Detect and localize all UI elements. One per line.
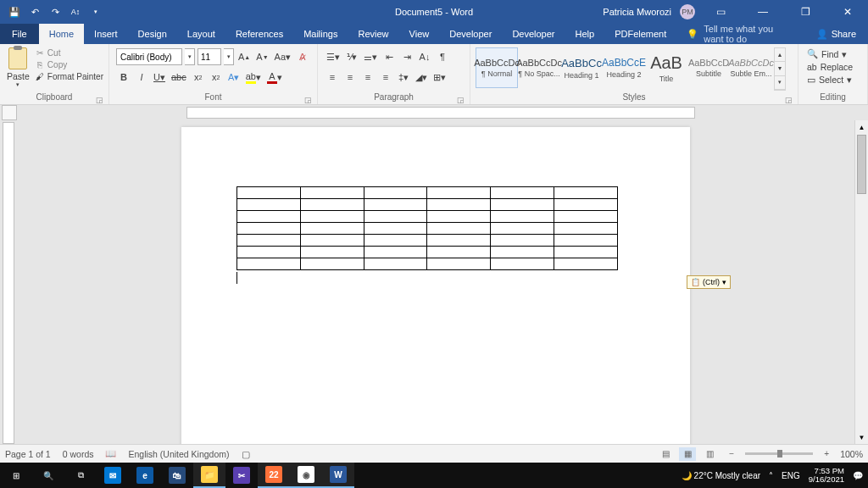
mail-app[interactable]: ✉	[97, 463, 129, 488]
borders-button[interactable]: ⊞▾	[431, 69, 448, 86]
sort-button[interactable]: A↓	[417, 48, 432, 65]
increase-indent-button[interactable]: ⇥	[399, 48, 415, 65]
ime-indicator[interactable]: ENG	[782, 471, 800, 480]
save-icon[interactable]: 💾	[7, 4, 22, 19]
file-tab[interactable]: File	[0, 24, 39, 44]
styles-expand-icon[interactable]: ▾	[775, 76, 785, 90]
styles-launcher-icon[interactable]: ◲	[785, 96, 793, 104]
document-table[interactable]	[236, 186, 618, 270]
page[interactable]: 📋 (Ctrl) ▾	[181, 127, 690, 444]
edge-app[interactable]: e	[129, 463, 161, 488]
italic-button[interactable]: I	[134, 69, 149, 86]
font-size-dropdown-icon[interactable]: ▾	[224, 48, 234, 65]
undo-icon[interactable]: ↶	[27, 4, 42, 19]
justify-button[interactable]: ≡	[378, 69, 393, 86]
style-title[interactable]: AaBTitle	[645, 47, 687, 88]
chrome-app[interactable]: ◉	[290, 463, 322, 488]
tab-mailings[interactable]: Mailings	[293, 24, 348, 44]
font-size-combo[interactable]	[198, 48, 221, 65]
ribbon-options-icon[interactable]: ▭	[704, 0, 737, 24]
font-name-combo[interactable]	[116, 48, 182, 65]
bullets-button[interactable]: ☰▾	[325, 48, 342, 65]
show-marks-button[interactable]: ¶	[435, 48, 450, 65]
spellcheck-icon[interactable]: 📖	[105, 448, 116, 459]
line-spacing-button[interactable]: ‡▾	[396, 69, 411, 86]
font-color-button[interactable]: A▾	[265, 69, 284, 86]
scroll-up-icon[interactable]: ▲	[855, 120, 868, 134]
qat-customize-icon[interactable]: ▾	[88, 4, 103, 19]
bold-button[interactable]: B	[116, 69, 131, 86]
shading-button[interactable]: ◢▾	[414, 69, 429, 86]
replace-button[interactable]: abReplace	[805, 61, 854, 73]
ruler-horizontal[interactable]	[186, 107, 695, 119]
tab-layout[interactable]: Layout	[177, 24, 225, 44]
format-painter-button[interactable]: 🖌Format Painter	[35, 71, 103, 81]
user-avatar[interactable]: PM	[680, 4, 695, 19]
page-status[interactable]: Page 1 of 1	[5, 449, 51, 459]
print-layout-button[interactable]: ▦	[679, 447, 696, 461]
style--normal[interactable]: AaBbCcDc¶ Normal	[476, 47, 518, 88]
copy-button[interactable]: ⎘Copy	[35, 59, 103, 69]
share-button[interactable]: 👤 Share	[804, 24, 868, 44]
scroll-thumb[interactable]	[857, 135, 866, 194]
start-button[interactable]: ⊞	[0, 463, 32, 488]
highlight-button[interactable]: ab▾	[244, 69, 263, 86]
zoom-in-button[interactable]: +	[818, 447, 835, 461]
clear-formatting-button[interactable]: A̷	[295, 48, 310, 65]
zoom-slider[interactable]	[745, 452, 813, 455]
ruler-vertical[interactable]	[3, 122, 14, 444]
tab-view[interactable]: View	[399, 24, 440, 44]
align-right-button[interactable]: ≡	[360, 69, 376, 86]
scroll-down-icon[interactable]: ▼	[855, 430, 868, 444]
document-scroll[interactable]: 📋 (Ctrl) ▾	[17, 120, 854, 444]
tab-pdfelement[interactable]: PDFelement	[604, 24, 676, 44]
shrink-font-button[interactable]: A▼	[254, 48, 270, 65]
tray-chevron-icon[interactable]: ˄	[769, 471, 773, 480]
cut-button[interactable]: ✂Cut	[35, 47, 103, 58]
find-button[interactable]: 🔍Find ▾	[805, 47, 854, 60]
tab-insert[interactable]: Insert	[84, 24, 128, 44]
word-count[interactable]: 0 words	[63, 449, 94, 459]
superscript-button[interactable]: x2	[209, 69, 224, 86]
close-button[interactable]: ✕	[831, 0, 865, 24]
zoom-level[interactable]: 100%	[840, 449, 863, 459]
align-left-button[interactable]: ≡	[325, 69, 340, 86]
styles-row-down[interactable]: ▼	[775, 62, 785, 75]
clock[interactable]: 7:53 PM 9/16/2021	[809, 467, 844, 485]
font-launcher-icon[interactable]: ◲	[304, 96, 312, 104]
task-view-button[interactable]: ⧉	[64, 463, 97, 488]
style-subtitle[interactable]: AaBbCcDSubtitle	[687, 47, 730, 88]
tab-help[interactable]: Help	[565, 24, 605, 44]
redo-icon[interactable]: ↷	[47, 4, 63, 19]
firefox-app[interactable]: 22	[258, 463, 290, 488]
tab-references[interactable]: References	[225, 24, 293, 44]
style-heading-1[interactable]: AaBbCcHeading 1	[560, 47, 603, 88]
zoom-out-button[interactable]: −	[723, 447, 740, 461]
maximize-button[interactable]: ❐	[788, 0, 822, 24]
minimize-button[interactable]: —	[746, 0, 780, 24]
notifications-icon[interactable]: 💬	[853, 471, 863, 480]
strikethrough-button[interactable]: abc	[170, 69, 188, 86]
vertical-scrollbar[interactable]: ▲ ▼	[854, 120, 868, 444]
paragraph-launcher-icon[interactable]: ◲	[457, 96, 465, 104]
tab-design[interactable]: Design	[128, 24, 177, 44]
tell-me-search[interactable]: 💡 Tell me what you want to do	[676, 24, 804, 44]
tab-developer[interactable]: Developer	[439, 24, 502, 44]
word-app[interactable]: W	[322, 463, 354, 488]
tab-home[interactable]: Home	[39, 24, 84, 44]
language-status[interactable]: English (United Kingdom)	[128, 449, 229, 459]
numbering-button[interactable]: ⅟▾	[344, 48, 359, 65]
touch-mode-icon[interactable]: A↕	[68, 4, 83, 19]
style-heading-2[interactable]: AaBbCcEHeading 2	[603, 47, 645, 88]
web-layout-button[interactable]: ▥	[701, 447, 718, 461]
search-button[interactable]: 🔍	[32, 463, 64, 488]
read-mode-button[interactable]: ▤	[657, 447, 674, 461]
paste-options-tag[interactable]: 📋 (Ctrl) ▾	[687, 275, 731, 289]
change-case-button[interactable]: Aa▾	[273, 48, 292, 65]
styles-row-up[interactable]: ▲	[775, 48, 785, 62]
macro-recording-icon[interactable]: ▢	[242, 449, 250, 459]
explorer-app[interactable]: 📁	[193, 463, 225, 488]
store-app[interactable]: 🛍	[161, 463, 193, 488]
font-name-dropdown-icon[interactable]: ▾	[185, 48, 195, 65]
tab-developer[interactable]: Developer	[502, 24, 565, 44]
